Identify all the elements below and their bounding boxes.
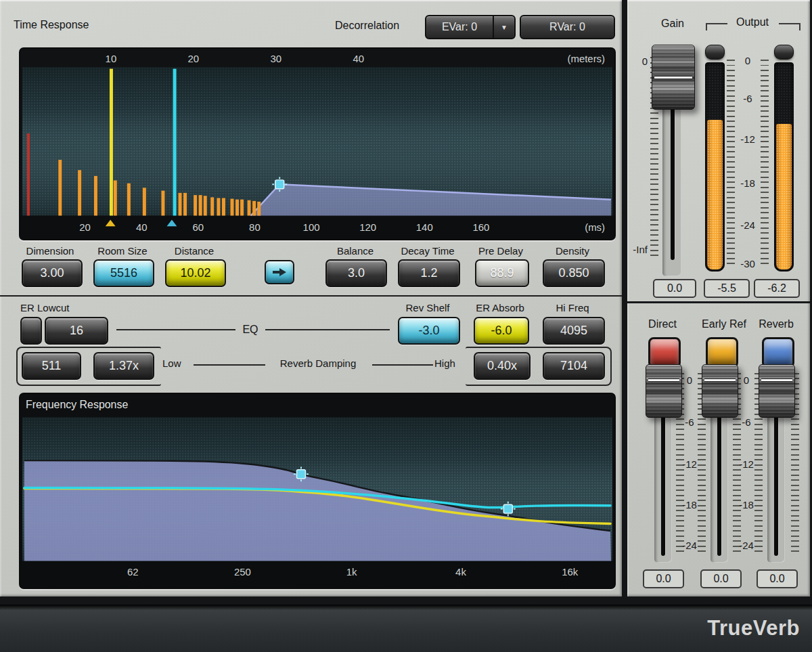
output-panel: Gain Output 0 -Inf 0 -6 -12 (627, 0, 810, 596)
right-arrow-icon (272, 267, 287, 277)
room-size-label: Room Size (92, 245, 153, 257)
section-divider (0, 295, 622, 297)
early-ref-fader-knob[interactable] (702, 364, 738, 418)
decay-time-label: Decay Time (395, 245, 460, 257)
output-meter-left (705, 62, 725, 271)
svg-text:1k: 1k (346, 567, 357, 578)
reverb-knob-line (761, 379, 792, 381)
rev-shelf-label: Rev Shelf (398, 302, 457, 313)
pre-delay-label: Pre Delay (472, 245, 529, 257)
trueverb-plugin-window: Time Response Decorrelation EVar: 0 ▼ RV… (0, 0, 812, 652)
balance-value-button[interactable]: 3.0 (325, 259, 387, 287)
rev-shelf-value-button[interactable]: -3.0 (398, 317, 460, 345)
time-response-graph: 10203040(meters)20406080100120140160(ms) (19, 47, 616, 240)
svg-text:(meters): (meters) (567, 53, 605, 64)
evar-dropdown[interactable]: EVar: 0 ▼ (425, 15, 516, 39)
svg-text:160: 160 (472, 222, 489, 233)
output-meter-left-fill (707, 120, 723, 269)
gain-scale-zero: 0 (631, 56, 648, 67)
distance-value-button[interactable]: 10.02 (165, 259, 226, 287)
direct-knob-line (648, 379, 679, 381)
density-label: Density (543, 245, 602, 257)
er-lowcut-toggle-button[interactable] (20, 317, 42, 345)
early-ref-knob-line (704, 379, 736, 381)
output-right-readout: -6.2 (754, 279, 800, 298)
time-response-title: Time Response (14, 19, 89, 31)
output-meter-right-fill (776, 124, 792, 269)
svg-text:16k: 16k (562, 567, 579, 578)
er-absorb-label: ER Absorb (474, 302, 526, 313)
svg-text:40: 40 (136, 222, 148, 233)
damping-line-left (194, 364, 265, 366)
meter-scale-18: -18 (734, 177, 761, 189)
frequency-response-title: Frequency Response (26, 399, 128, 410)
mixer-scale2-24: -24 (734, 540, 759, 551)
link-arrow-button[interactable] (265, 260, 294, 284)
damping-high-freq-button[interactable]: 7104 (543, 352, 605, 380)
distance-label: Distance (164, 245, 224, 257)
svg-text:(ms): (ms) (585, 222, 605, 233)
room-size-value-button[interactable]: 5516 (93, 259, 154, 287)
pre-delay-value-button[interactable]: 88.9 (475, 259, 529, 287)
direct-fader-knob[interactable] (646, 364, 682, 418)
gain-scale-inf: -Inf (627, 244, 648, 255)
svg-text:100: 100 (303, 222, 320, 233)
meter-left-cap (705, 45, 725, 60)
dimension-label: Dimension (20, 245, 80, 257)
svg-text:10: 10 (106, 53, 117, 64)
chevron-down-icon[interactable]: ▼ (493, 16, 514, 38)
damping-high-ratio-button[interactable]: 0.40x (474, 352, 531, 380)
damping-low-ratio-button[interactable]: 1.37x (93, 352, 154, 380)
damping-low-label: Low (162, 357, 189, 369)
mixer-scale2-12: -12 (734, 458, 759, 470)
density-value-button[interactable]: 0.850 (543, 259, 605, 287)
eq-line-left (116, 329, 235, 330)
balance-label: Balance (326, 245, 384, 257)
rvar-button[interactable]: RVar: 0 (520, 15, 615, 39)
damping-high-label: High (434, 357, 464, 369)
reverb-damping-title: Reverb Damping (268, 357, 368, 369)
svg-text:60: 60 (192, 222, 204, 233)
eq-line-right (265, 329, 390, 330)
damping-low-freq-button[interactable]: 511 (22, 352, 81, 380)
hi-freq-value-button[interactable]: 4095 (543, 317, 605, 345)
svg-text:250: 250 (234, 567, 251, 578)
svg-text:120: 120 (359, 222, 376, 233)
early-ref-readout: 0.0 (700, 569, 742, 588)
svg-text:40: 40 (353, 53, 364, 64)
gain-label: Gain (650, 18, 695, 30)
meter-ticks-right (761, 60, 769, 265)
dimension-value-button[interactable]: 3.00 (22, 259, 83, 287)
reverb-fader-knob[interactable] (759, 364, 795, 418)
evar-value: EVar: 0 (426, 21, 493, 33)
meter-scale-24: -24 (734, 219, 761, 231)
main-panel: Time Response Decorrelation EVar: 0 ▼ RV… (0, 0, 622, 596)
er-lowcut-value-button[interactable]: 16 (45, 317, 108, 345)
mixer-scale2-6: -6 (734, 416, 759, 428)
gain-knob-line (654, 77, 692, 79)
hi-freq-label: Hi Freq (543, 302, 602, 313)
meter-scale-12: -12 (734, 133, 761, 145)
er-absorb-value-button[interactable]: -6.0 (474, 317, 529, 345)
meter-ticks-left (727, 60, 735, 265)
brand-logo: TrueVerb (707, 616, 800, 640)
meter-scale-0: 0 (734, 55, 761, 66)
decay-time-value-button[interactable]: 1.2 (398, 259, 460, 287)
mixer-section: Direct Early Ref Reverb 0 -6 -12 -18 -24… (627, 303, 810, 596)
svg-text:62: 62 (127, 567, 139, 578)
gain-output-section: Gain Output 0 -Inf 0 -6 -12 (627, 0, 810, 303)
gain-readout: 0.0 (653, 279, 696, 298)
direct-readout: 0.0 (643, 569, 684, 588)
output-bracket-left (706, 23, 727, 30)
svg-text:140: 140 (416, 222, 433, 233)
mixer-scale1-18: -18 (677, 499, 702, 510)
eq-label: EQ (238, 324, 263, 336)
svg-text:4k: 4k (455, 567, 466, 578)
output-meter-right (774, 62, 794, 271)
decorrelation-label: Decorrelation (335, 20, 399, 32)
gain-fader-knob[interactable] (652, 45, 695, 110)
mixer-scale1-12: -12 (677, 458, 702, 470)
meter-scale-30: -30 (734, 258, 761, 269)
svg-text:20: 20 (79, 222, 91, 233)
svg-text:80: 80 (249, 222, 261, 233)
